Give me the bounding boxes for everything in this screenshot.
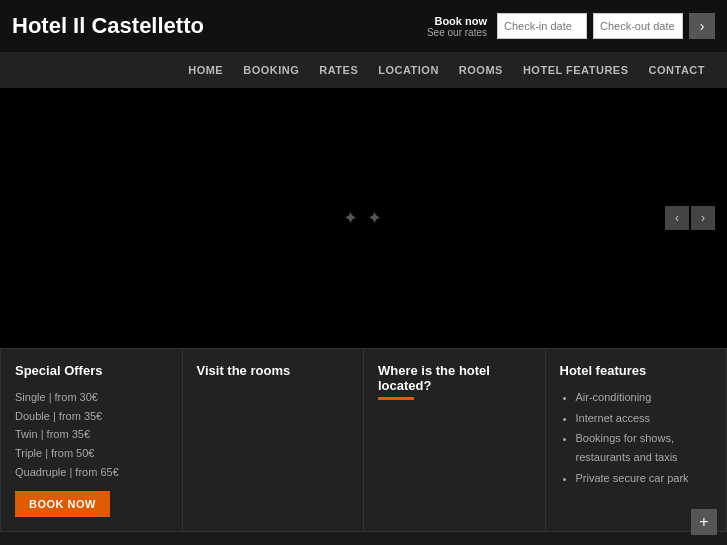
panel-visit-rooms: Visit the rooms [183,348,365,532]
feature-aircon: Air-conditioning [576,388,713,407]
main-nav: HOME BOOKING RATES LOCATION ROOMS HOTEL … [0,52,727,88]
header: Hotel Il Castelletto Book now See our ra… [0,0,727,52]
offer-double: Double | from 35€ [15,407,168,426]
nav-booking[interactable]: BOOKING [233,52,309,88]
checkin-input[interactable] [497,13,587,39]
panel-special-offers: Special Offers Single | from 30€ Double … [0,348,183,532]
offer-single: Single | from 30€ [15,388,168,407]
booking-widget-text: Book now See our rates [427,15,487,38]
booking-arrow-button[interactable]: › [689,13,715,39]
nav-location[interactable]: LOCATION [368,52,449,88]
nav-hotel-features[interactable]: HOTEL FEATURES [513,52,639,88]
hotel-title: Hotel Il Castelletto [12,13,427,39]
loading-indicator: ✦ ✦ [343,207,384,229]
book-now-header-label: Book now [427,15,487,27]
checkout-input[interactable] [593,13,683,39]
panel-visit-rooms-title: Visit the rooms [197,363,350,378]
offer-twin: Twin | from 35€ [15,425,168,444]
offer-triple: Triple | from 50€ [15,444,168,463]
panel-special-offers-title: Special Offers [15,363,168,378]
panel-hotel-features-content: Air-conditioning Internet access Booking… [560,388,713,487]
feature-internet: Internet access [576,409,713,428]
info-panels: Special Offers Single | from 30€ Double … [0,348,727,532]
slideshow-next-button[interactable]: › [691,206,715,230]
book-now-button[interactable]: BOOK NOW [15,491,110,517]
panel-hotel-features: Hotel features Air-conditioning Internet… [546,348,728,532]
nav-rooms[interactable]: ROOMS [449,52,513,88]
panel-special-offers-content: Single | from 30€ Double | from 35€ Twin… [15,388,168,481]
panel-hotel-location-title: Where is the hotel located? [378,363,531,400]
panel-hotel-location: Where is the hotel located? [364,348,546,532]
nav-rates[interactable]: RATES [309,52,368,88]
panel-hotel-features-title: Hotel features [560,363,713,378]
feature-bookings: Bookings for shows, restaurants and taxi… [576,429,713,466]
offer-quadruple: Quadruple | from 65€ [15,463,168,482]
see-rates-label: See our rates [427,27,487,38]
booking-widget: Book now See our rates › [427,13,715,39]
slideshow-prev-button[interactable]: ‹ [665,206,689,230]
slideshow-nav: ‹ › [665,206,715,230]
slideshow: ✦ ✦ ‹ › [0,88,727,348]
feature-carpark: Private secure car park [576,469,713,488]
nav-contact[interactable]: CONTACT [639,52,715,88]
nav-home[interactable]: HOME [178,52,233,88]
bottom-plus-button[interactable]: + [691,509,717,535]
